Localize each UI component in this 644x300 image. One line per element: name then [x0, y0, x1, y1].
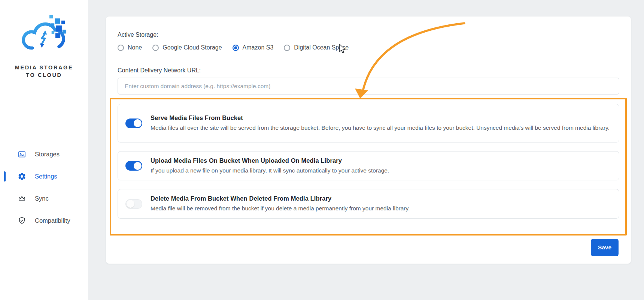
radio-amazon-s3[interactable]: Amazon S3: [233, 44, 274, 51]
save-button[interactable]: Save: [591, 239, 619, 256]
app-title: MEDIA STORAGE TO CLOUD: [0, 64, 88, 79]
cdn-url-label: Content Delivery Network URL:: [118, 67, 201, 74]
crown-icon: [18, 194, 26, 203]
setting-card-delete-media: Delete Media From Bucket When Deleted Fr…: [118, 189, 619, 219]
cloud-logo-icon: [16, 14, 72, 59]
radio-circle-icon[interactable]: [233, 45, 239, 51]
toggle-knob: [134, 119, 142, 127]
toggle-knob: [127, 200, 134, 208]
radio-circle-icon[interactable]: [118, 45, 124, 51]
setting-card-serve-media: Serve Media Files From Bucket Media file…: [118, 104, 619, 142]
sidebar-item-compatibility[interactable]: Compatibility: [0, 210, 88, 232]
settings-panel: Active Storage: None Google Cloud Storag…: [106, 16, 631, 264]
app-logo: MEDIA STORAGE TO CLOUD: [0, 14, 88, 79]
sidebar-item-label: Sync: [35, 195, 49, 202]
sidebar-item-sync[interactable]: Sync: [0, 188, 88, 210]
cdn-url-input[interactable]: [118, 78, 619, 94]
radio-circle-icon[interactable]: [284, 45, 290, 51]
gear-icon: [18, 172, 26, 181]
sidebar-item-settings[interactable]: Settings: [0, 165, 88, 188]
shield-check-icon: [18, 216, 26, 225]
image-icon: [18, 150, 26, 159]
radio-circle-icon[interactable]: [152, 45, 159, 51]
upload-media-toggle[interactable]: [125, 161, 142, 171]
sidebar-item-label: Storages: [35, 151, 60, 158]
setting-title: Delete Media From Bucket When Deleted Fr…: [151, 195, 610, 202]
sidebar-item-label: Settings: [35, 173, 57, 180]
delete-media-toggle[interactable]: [125, 199, 142, 209]
setting-description: If you upload a new file on your media l…: [151, 166, 610, 175]
sidebar-item-label: Compatibility: [35, 217, 70, 224]
toggle-knob: [134, 162, 142, 170]
serve-media-toggle[interactable]: [125, 118, 142, 128]
sidebar: MEDIA STORAGE TO CLOUD Storages Settings: [0, 0, 88, 300]
setting-description: Media file will be removed from the buck…: [151, 204, 610, 213]
radio-digital-ocean-space[interactable]: Digital Ocean Space: [284, 44, 349, 51]
setting-card-upload-media: Upload Media Files On Bucket When Upload…: [118, 151, 619, 180]
active-storage-label: Active Storage:: [118, 32, 158, 38]
setting-title: Upload Media Files On Bucket When Upload…: [151, 157, 610, 164]
footer-divider: [106, 229, 631, 229]
setting-title: Serve Media Files From Bucket: [151, 114, 610, 122]
radio-google-cloud-storage[interactable]: Google Cloud Storage: [152, 44, 222, 51]
setting-description: Media files all over the site will be se…: [151, 123, 610, 132]
active-storage-radio-group: None Google Cloud Storage Amazon S3 Digi…: [118, 44, 349, 51]
sidebar-item-storages[interactable]: Storages: [0, 143, 88, 165]
sidebar-nav: Storages Settings Sync: [0, 143, 88, 232]
radio-none[interactable]: None: [118, 44, 142, 51]
